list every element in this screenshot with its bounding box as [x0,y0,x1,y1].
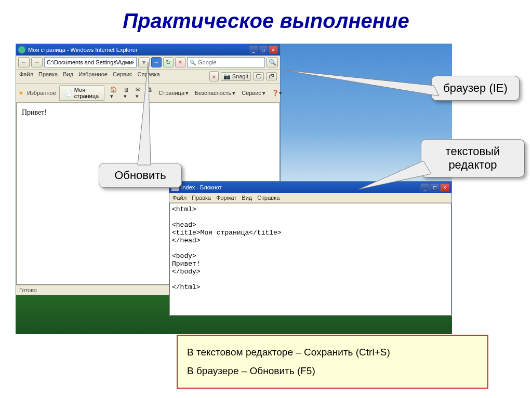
callout-browser: браузер (IE) [431,76,520,101]
home-button[interactable]: 🏠▾ [108,86,120,100]
menu-edit[interactable]: Правка [38,71,58,81]
search-engine-label: Google [198,59,216,65]
snagit-aux2-button[interactable]: 🗗 [266,72,277,80]
notepad-menu-format[interactable]: Формат [216,195,236,201]
minimize-button[interactable]: _ [249,46,258,54]
callout-refresh: Обновить [99,163,182,188]
tip-line-2: В браузере – Обновить (F5) [187,362,478,380]
notepad-menu-help[interactable]: Справка [257,195,280,201]
notepad-menu-view[interactable]: Вид [242,195,252,201]
notepad-window: index - Блокнот _ □ × Файл Правка Формат… [169,181,452,316]
star-icon: ★ [18,89,24,97]
browser-tab[interactable]: 📄 Моя страница [59,85,104,101]
stop-button[interactable]: × [175,57,185,67]
snagit-aux-button[interactable]: 🖵 [253,72,264,80]
close-button[interactable]: × [269,46,278,54]
svg-marker-1 [358,161,431,189]
back-button[interactable]: ← [18,57,30,67]
tip-line-1: В текстовом редакторе – Сохранить (Ctrl+… [187,343,478,362]
ie-icon [18,46,25,53]
tab-page-icon: 📄 [65,90,72,97]
feeds-button[interactable]: 🗏▾ [121,86,132,100]
slide-title: Практическое выполнение [0,0,532,40]
notepad-menu-edit[interactable]: Правка [192,195,211,201]
search-box[interactable]: 🔍 Google [187,57,265,67]
address-input[interactable] [44,57,137,67]
menu-view[interactable]: Вид [63,71,73,81]
svg-marker-0 [283,70,439,96]
tab-title: Моя страница [74,87,99,99]
menu-favorites[interactable]: Избранное [78,71,108,81]
notepad-menu-file[interactable]: Файл [172,195,187,201]
security-menu[interactable]: Безопасность ▾ [192,89,238,97]
search-options-button[interactable]: 🔍 [267,57,278,67]
service-menu[interactable]: Сервис ▾ [239,89,268,97]
stop-icon[interactable]: ⨉ [209,71,219,81]
maximize-button[interactable]: □ [259,46,268,54]
google-icon: 🔍 [189,58,197,66]
menu-tools[interactable]: Сервис [113,71,132,81]
tips-box: В текстовом редакторе – Сохранить (Ctrl+… [177,335,488,389]
favorites-label[interactable]: Избранное [27,90,56,96]
menu-file[interactable]: Файл [19,71,33,81]
notepad-text-area[interactable]: <html> <head> <title>Моя страница</title… [169,203,451,315]
help-button[interactable]: ❓▾ [269,89,285,97]
forward-button[interactable]: → [31,57,43,67]
callout-editor-tail [358,156,442,197]
svg-marker-2 [138,62,151,165]
ie-titlebar[interactable]: Моя страница - Windows Internet Explorer… [16,44,280,56]
ie-title-text: Моя страница - Windows Internet Explorer [28,47,246,53]
callout-browser-tail [283,67,439,130]
snagit-button[interactable]: 📷 Snagit [221,72,251,81]
callout-refresh-tail [135,62,177,166]
